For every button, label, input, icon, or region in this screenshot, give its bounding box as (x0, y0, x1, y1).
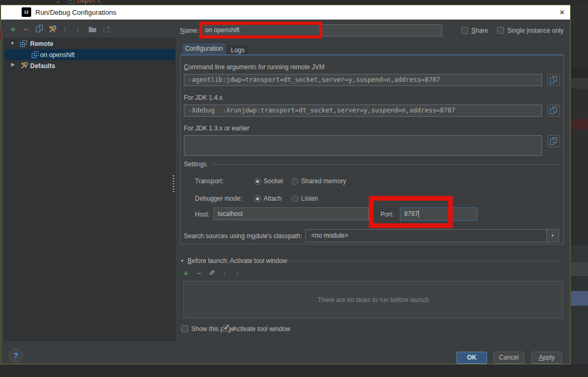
debugger-mode-label: Debugger mode: (195, 195, 242, 202)
tab-logs[interactable]: Logs (227, 45, 248, 54)
activate-tool-window-label[interactable]: Activate tool window (233, 325, 291, 333)
tree-item-label: Remote (30, 40, 53, 48)
error-stripe-red (571, 119, 588, 129)
cmdline-label: Command line arguments for running remot… (184, 63, 324, 71)
module-classpath-combobox[interactable]: <no module> ▼ (305, 229, 559, 242)
single-instance-label[interactable]: Single instance only (507, 27, 564, 34)
background-stripe (571, 275, 588, 291)
move-down-button[interactable]: ↓ (76, 25, 80, 33)
debugger-attach-radio[interactable] (254, 195, 261, 202)
before-launch-separator (290, 261, 562, 261)
jdk14-label: For JDK 1.4.x (184, 94, 222, 101)
splitter-handle[interactable] (173, 175, 174, 193)
remove-task-button[interactable]: − (197, 269, 201, 278)
jdk13-field[interactable]: -Xnoagent -Djava.compiler=NONE -Xdebug -… (184, 135, 542, 156)
ok-button[interactable]: OK (456, 352, 487, 364)
editor-line-number: 3 (55, 0, 60, 4)
wrench-icon (20, 61, 29, 70)
tree-item-label: on openshift (40, 51, 74, 59)
before-launch-collapse-icon[interactable]: ▼ (180, 259, 184, 263)
chevron-expanded-icon[interactable]: ▼ (10, 41, 15, 46)
background-stripe (571, 78, 588, 89)
task-down-button[interactable]: ↓ (236, 269, 239, 277)
before-launch-title[interactable]: Before launch: Activate tool window (188, 257, 287, 265)
show-this-page-checkbox[interactable] (181, 325, 188, 332)
settings-separator (211, 164, 560, 165)
chevron-collapsed-icon[interactable]: ▶ (11, 62, 15, 67)
cancel-button[interactable]: Cancel (493, 352, 524, 364)
host-input[interactable]: localhost (213, 208, 369, 220)
remove-configuration-button[interactable]: − (23, 25, 28, 34)
editor-code-text: import (76, 0, 101, 4)
close-icon[interactable]: ✕ (557, 7, 567, 18)
background-stripe (571, 69, 588, 78)
dialog-title: Run/Debug Configurations (35, 8, 116, 16)
code-fold-icon: + (69, 0, 74, 4)
host-label: Host: (195, 211, 210, 218)
apply-button[interactable]: Apply (531, 352, 562, 364)
remote-config-icon (20, 40, 27, 48)
tree-item-label: Defaults (30, 62, 55, 70)
background-stripe-blue (571, 291, 588, 306)
jdk13-label: For JDK 1.3.x or earlier (184, 125, 249, 132)
add-task-button[interactable]: + (183, 269, 189, 278)
move-up-button[interactable]: ↑ (63, 25, 67, 33)
debugger-attach-label[interactable]: Attach (264, 195, 282, 202)
copy-jdk14-button[interactable] (547, 105, 560, 117)
transport-shared-memory-label[interactable]: Shared memory (301, 177, 346, 185)
screen: 3 + import IJ Run/Debug Configurations ✕… (0, 0, 588, 377)
chevron-down-icon: ▼ (550, 233, 555, 238)
background-stripe (571, 246, 588, 262)
annotation-port-field (369, 196, 453, 228)
transport-socket-label[interactable]: Socket (264, 177, 283, 185)
background-stripe (1, 30, 2, 40)
background-stripe (571, 262, 588, 275)
share-checkbox[interactable] (461, 27, 468, 34)
checkmark-icon: ✓ (223, 323, 230, 332)
transport-label: Transport: (195, 177, 223, 185)
ide-right-stripe-area (571, 5, 588, 364)
tree-item-on-openshift[interactable]: on openshift (5, 49, 175, 60)
tree-item-defaults[interactable]: ▶ Defaults (5, 60, 175, 71)
help-icon: ? (14, 351, 18, 360)
activate-tool-window-checkbox[interactable]: ✓ (223, 325, 230, 332)
dialog-title-bar: IJ Run/Debug Configurations ✕ (1, 5, 570, 20)
create-folder-button[interactable] (88, 25, 97, 33)
remote-config-icon (31, 51, 39, 59)
search-sources-label: Search sources using module's classpath: (184, 232, 302, 240)
transport-socket-radio[interactable] (254, 178, 261, 185)
add-configuration-button[interactable]: + (11, 25, 16, 34)
editor-behind-strip: 3 + import (0, 0, 588, 5)
tab-configuration[interactable]: Configuration (181, 42, 227, 54)
copy-jdk13-button[interactable] (547, 135, 560, 147)
edit-task-icon[interactable]: ✎ (209, 269, 215, 277)
single-instance-checkbox[interactable] (497, 27, 504, 34)
settings-group-label: Settings (184, 161, 207, 168)
module-combobox-value: <no module> (311, 232, 348, 239)
jdk14-field[interactable]: -Xdebug -Xrunjdwp:transport=dt_socket,se… (184, 105, 542, 117)
sort-configurations-button[interactable]: ↓ a z (102, 25, 111, 34)
debugger-listen-radio[interactable] (292, 195, 298, 202)
name-label: Name: (180, 27, 199, 34)
edit-defaults-button[interactable] (48, 25, 57, 34)
cmdline-field[interactable]: -agentlib:jdwp=transport=dt_socket,serve… (184, 74, 542, 86)
tasks-empty-message: There are no tasks to run before launch (318, 296, 428, 304)
configurations-tree-panel (4, 38, 175, 341)
background-stripe (571, 306, 588, 364)
intellij-logo-icon: IJ (22, 7, 31, 17)
task-up-button[interactable]: ↑ (222, 269, 226, 277)
copy-configuration-button[interactable] (35, 25, 45, 34)
jdk13-line1: -Xnoagent -Djava.compiler=NONE -Xdebug (188, 155, 538, 156)
folder-icon (88, 25, 97, 33)
combobox-arrow-button[interactable]: ▼ (546, 230, 558, 242)
help-button[interactable]: ? (9, 348, 23, 362)
copy-cmdline-button[interactable] (547, 74, 560, 86)
share-label[interactable]: Share (471, 27, 488, 34)
debugger-listen-label[interactable]: Listen (301, 195, 318, 202)
annotation-name-field (199, 22, 322, 39)
tasks-empty-panel: There are no tasks to run before launch (183, 281, 563, 318)
wrench-icon (48, 25, 57, 34)
tree-item-remote[interactable]: ▼ Remote (5, 39, 175, 49)
transport-shared-memory-radio[interactable] (292, 178, 298, 185)
